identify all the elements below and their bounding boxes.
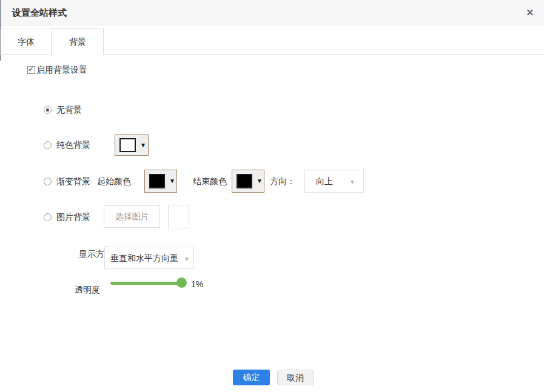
enable-background-label: 启用背景设置 <box>36 65 87 76</box>
image-preview-box <box>168 205 189 228</box>
radio-no-background[interactable] <box>44 106 52 114</box>
direction-label: 方向： <box>270 176 295 187</box>
check-icon: ✓ <box>28 65 34 73</box>
tab-font[interactable]: 字体 <box>1 28 52 54</box>
direction-select-value: 向上 <box>316 176 333 187</box>
display-mode-select-value: 垂直和水平方向重 <box>110 253 178 264</box>
direction-select[interactable]: 向上 ▼ <box>304 170 364 193</box>
radio-image-background[interactable] <box>44 213 52 221</box>
solid-color-picker[interactable]: ▼ <box>115 135 149 156</box>
radio-solid-background[interactable] <box>44 141 52 149</box>
display-mode-label: 显示方 <box>79 249 104 260</box>
dropdown-arrow-icon: ▼ <box>140 142 146 148</box>
opacity-label: 透明度 <box>75 285 100 296</box>
gradient-end-color-picker[interactable]: ▼ <box>232 170 264 193</box>
radio-gradient-background[interactable] <box>44 178 52 185</box>
gradient-end-label: 结束颜色 <box>193 176 227 187</box>
gradient-end-swatch <box>237 174 252 188</box>
close-icon[interactable]: × <box>522 4 539 22</box>
solid-color-swatch <box>119 138 136 152</box>
enable-background-checkbox[interactable]: ✓ <box>27 66 35 74</box>
tab-bar: 字体 背景 <box>0 25 544 55</box>
dialog-title: 设置全站样式 <box>12 7 67 19</box>
cancel-button[interactable]: 取消 <box>277 370 314 385</box>
radio-no-background-label: 无背景 <box>56 105 82 116</box>
dropdown-arrow-icon: ▼ <box>257 178 263 184</box>
gradient-start-label: 起始颜色 <box>97 176 131 187</box>
display-mode-select[interactable]: 垂直和水平方向重 ▼ <box>104 247 194 269</box>
opacity-slider-track[interactable] <box>110 282 183 285</box>
opacity-slider-handle[interactable] <box>176 277 187 288</box>
select-image-button[interactable]: 选择图片 <box>104 205 160 228</box>
gradient-start-color-picker[interactable]: ▼ <box>144 170 177 193</box>
radio-solid-background-label: 纯色背景 <box>56 140 90 151</box>
dropdown-arrow-icon: ▼ <box>169 178 175 184</box>
dialog-header: 设置全站样式 × <box>0 0 544 25</box>
site-style-dialog: 设置全站样式 × 字体 背景 ✓ 启用背景设置 无背景 纯色背景 ▼ 渐变背景 … <box>0 0 544 392</box>
ok-button[interactable]: 确定 <box>233 370 270 385</box>
chevron-down-icon: ▼ <box>349 179 355 185</box>
radio-image-background-label: 图片背景 <box>56 212 90 223</box>
tab-background[interactable]: 背景 <box>52 28 104 55</box>
chevron-down-icon: ▼ <box>184 256 190 262</box>
radio-gradient-background-label: 渐变背景 <box>56 176 90 187</box>
gradient-start-swatch <box>149 174 165 188</box>
opacity-value: 1% <box>191 279 203 289</box>
